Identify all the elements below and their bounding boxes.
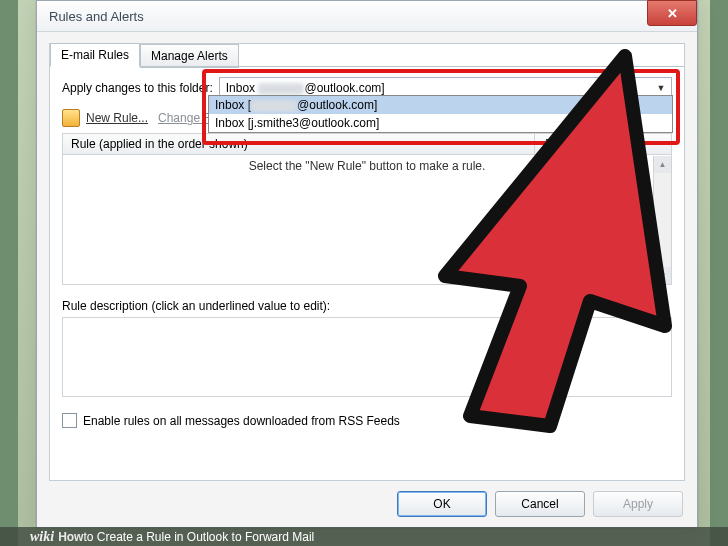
new-rule-label: New Rule... (86, 111, 148, 125)
bg-stripe-left (0, 0, 18, 546)
tab-panel-email-rules: Apply changes to this folder: Inbox @out… (50, 66, 684, 480)
watermark-footer: wikiHow to Create a Rule in Outlook to F… (0, 527, 728, 546)
new-rule-icon (62, 109, 80, 127)
folder-option-2[interactable]: Inbox [j.smithe3@outlook.com] (209, 114, 672, 132)
rule-description-box (62, 317, 672, 397)
titlebar: Rules and Alerts ✕ (37, 1, 697, 32)
rule-description-label: Rule description (click an underlined va… (62, 299, 672, 313)
rules-scrollbar[interactable]: ▲ ▼ (653, 156, 671, 284)
redacted-email (258, 83, 304, 95)
rules-and-alerts-window: Rules and Alerts ✕ E-mail Rules Manage A… (36, 0, 698, 528)
apply-folder-label: Apply changes to this folder: (62, 81, 213, 95)
tab-email-rules[interactable]: E-mail Rules (50, 43, 140, 67)
dialog-buttons: OK Cancel Apply (397, 491, 683, 517)
chevron-down-icon[interactable]: ▼ (653, 80, 669, 96)
apply-label: Apply (623, 497, 653, 511)
folder-select-value: Inbox @outlook.com] (226, 81, 385, 95)
rules-list: Rule (applied in the order shown) Action… (62, 133, 672, 285)
wikihow-how: How (58, 530, 83, 544)
cancel-label: Cancel (521, 497, 558, 511)
rss-option-row: Enable rules on all messages downloaded … (62, 413, 672, 428)
ok-label: OK (433, 497, 450, 511)
rules-empty-message: Select the "New Rule" button to make a r… (63, 155, 671, 173)
tab-label: E-mail Rules (61, 48, 129, 62)
redacted-email (251, 100, 297, 112)
tab-manage-alerts[interactable]: Manage Alerts (140, 44, 239, 68)
apply-button[interactable]: Apply (593, 491, 683, 517)
window-title: Rules and Alerts (49, 9, 144, 24)
ok-button[interactable]: OK (397, 491, 487, 517)
watermark-text: to Create a Rule in Outlook to Forward M… (83, 530, 314, 544)
folder-option-1[interactable]: Inbox [@outlook.com] (209, 96, 672, 114)
cancel-button[interactable]: Cancel (495, 491, 585, 517)
tab-label: Manage Alerts (151, 49, 228, 63)
col-rule: Rule (applied in the order shown) (63, 134, 535, 154)
rules-header: Rule (applied in the order shown) Action… (63, 134, 671, 155)
close-icon: ✕ (667, 6, 678, 21)
close-button[interactable]: ✕ (647, 0, 697, 26)
rss-checkbox-label: Enable rules on all messages downloaded … (83, 414, 400, 428)
bg-stripe-right (710, 0, 728, 546)
rss-checkbox[interactable] (62, 413, 77, 428)
col-actions: Actions (535, 134, 671, 154)
scroll-down-icon[interactable]: ▼ (654, 267, 671, 284)
tabstrip: E-mail Rules Manage Alerts (50, 43, 684, 67)
wikihow-logo: wiki (30, 529, 54, 545)
client-area: E-mail Rules Manage Alerts Apply changes… (49, 43, 685, 481)
scroll-up-icon[interactable]: ▲ (654, 156, 671, 173)
folder-dropdown[interactable]: Inbox [@outlook.com] Inbox [j.smithe3@ou… (208, 95, 673, 133)
new-rule-button[interactable]: New Rule... (62, 109, 148, 127)
